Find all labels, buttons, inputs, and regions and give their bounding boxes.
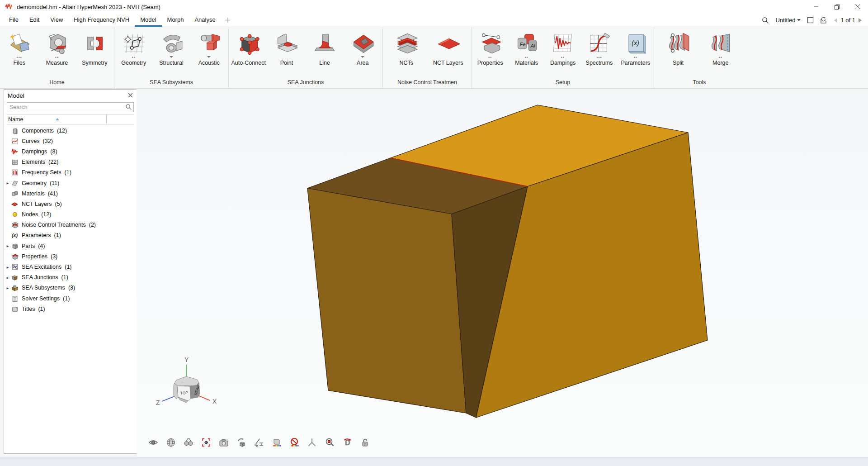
ribbon-tool-point[interactable]: Point xyxy=(268,30,305,76)
ribbon-tool-geometry[interactable]: ••Geometry xyxy=(115,30,152,76)
minimize-button[interactable] xyxy=(806,0,826,14)
chevron-down-icon xyxy=(797,19,801,21)
tree-item-sea-junctions[interactable]: ▸SEA Junctions(1) xyxy=(4,272,137,283)
menu-item-analyse[interactable]: Analyse xyxy=(189,14,221,27)
tree-item-materials[interactable]: Materials(41) xyxy=(4,188,137,199)
tree-item-sea-excitations[interactable]: ▸SEA Excitations(1) xyxy=(4,262,137,272)
menu-bar: FileEditViewHigh Frequency NVHModelMorph… xyxy=(0,14,868,27)
shaded-display-button[interactable] xyxy=(271,437,282,448)
tree-item-nodes[interactable]: Nodes(12) xyxy=(4,209,137,220)
ribbon-tool-auto-connect[interactable]: Auto-Connect xyxy=(230,30,267,76)
find-binoculars-button[interactable] xyxy=(183,437,194,448)
maximize-button[interactable] xyxy=(826,0,847,14)
ribbon-tool-measure[interactable]: ••Measure xyxy=(39,30,75,76)
tree-item-sea-subsystems[interactable]: ▸SEA Subsystems(3) xyxy=(4,283,137,293)
tree-item-label: Frequency Sets xyxy=(22,169,61,176)
expand-arrow-icon[interactable]: ▸ xyxy=(4,265,11,270)
tree-item-geometry[interactable]: ▸Geometry(11) xyxy=(4,178,137,188)
tree-item-curves[interactable]: Curves(32) xyxy=(4,136,137,146)
tree-item-nct-layers[interactable]: NCT Layers(5) xyxy=(4,199,137,209)
page-navigator: 1 of 1 xyxy=(834,17,862,24)
dampings-icon xyxy=(551,31,575,55)
export-history-icon[interactable] xyxy=(820,17,828,24)
ribbon-tool-parameters[interactable]: (x)••Parameters xyxy=(618,30,654,76)
tree-item-solver-settings[interactable]: Solver Settings(1) xyxy=(4,293,137,304)
visibility-eye-icon xyxy=(148,437,158,447)
view-sphere-button[interactable] xyxy=(165,437,176,448)
tree-item-parts[interactable]: ▸Parts(4) xyxy=(4,241,137,251)
unlock-button[interactable]: f xyxy=(359,437,370,448)
tree-item-components[interactable]: Components(12) xyxy=(4,125,137,136)
ribbon-tool-symmetry[interactable]: Symmetry xyxy=(76,30,113,76)
ribbon-tool-line[interactable]: Line xyxy=(307,30,343,76)
frame-select-icon[interactable] xyxy=(807,17,814,24)
search-icon[interactable] xyxy=(762,17,769,24)
search-input[interactable] xyxy=(7,102,134,112)
tree-item-count: (5) xyxy=(55,201,61,207)
dimension-points-button[interactable] xyxy=(253,437,264,448)
panel-close-button[interactable] xyxy=(128,92,133,99)
menu-item-morph[interactable]: Morph xyxy=(162,14,189,27)
menu-item-model[interactable]: Model xyxy=(135,14,161,27)
expand-arrow-icon[interactable]: ▸ xyxy=(4,181,11,185)
zoom-entity-button[interactable] xyxy=(324,437,335,448)
close-button[interactable] xyxy=(847,0,868,14)
view-orientation-cube[interactable]: Y X Z TOP REAR ― xyxy=(155,354,218,415)
ribbon-tool-spectrums[interactable]: •••Spectrums xyxy=(581,30,617,76)
profile-dropdown[interactable]: Untitled xyxy=(775,17,801,24)
triad-toggle-button[interactable] xyxy=(306,437,317,448)
ribbon-tool-properties[interactable]: ••Properties xyxy=(472,30,508,76)
ribbon-tool-structural[interactable]: Structural xyxy=(153,30,190,76)
ribbon-tool-dampings[interactable]: ••Dampings xyxy=(545,30,581,76)
page-next-icon[interactable] xyxy=(859,18,862,23)
tree-item-dampings[interactable]: Dampings(8) xyxy=(4,146,137,157)
tree-item-label: Parameters xyxy=(22,232,51,238)
tree-item-count: (32) xyxy=(43,138,53,144)
snapshot-camera-button[interactable] xyxy=(218,437,229,448)
ribbon-tool-label: Symmetry xyxy=(82,60,107,66)
ribbon-tool-materials[interactable]: FeAl••Materials xyxy=(508,30,544,76)
page-prev-icon[interactable] xyxy=(834,18,837,23)
fit-view-button[interactable] xyxy=(200,437,212,448)
parts-icon xyxy=(11,243,19,250)
tree-column-header[interactable]: Name xyxy=(7,114,134,124)
tree-item-titles[interactable]: Titles(1) xyxy=(4,304,137,314)
parameters-tree-icon: (x) xyxy=(11,232,19,239)
ribbon-tool-merge[interactable]: ••Merge xyxy=(702,30,739,76)
tree-item-label: SEA Subsystems xyxy=(22,285,65,291)
tree-item-properties[interactable]: Properties(3) xyxy=(4,251,137,262)
ribbon-tool-files[interactable]: •••Files xyxy=(1,30,38,76)
tree-item-frequency-sets[interactable]: Frequency Sets(1) xyxy=(4,167,137,178)
ribbon-tool-nct-layers[interactable]: NCT Layers xyxy=(430,30,467,76)
ribbon-group-home: •••Files••MeasureSymmetryHome xyxy=(0,28,114,88)
tree-item-label: Titles xyxy=(22,306,35,312)
tree-item-parameters[interactable]: (x)Parameters(1) xyxy=(4,230,137,241)
expand-arrow-icon[interactable]: ▸ xyxy=(4,243,11,248)
ribbon-tool-ncts[interactable]: NCTs xyxy=(388,30,425,76)
area-junction-icon xyxy=(351,31,374,55)
ribbon-tool-options xyxy=(170,55,173,60)
expand-arrow-icon[interactable]: ▸ xyxy=(4,275,11,280)
menu-item-file[interactable]: File xyxy=(4,14,24,27)
colors-off-button[interactable] xyxy=(288,437,300,448)
tree-item-noise-control-treatments[interactable]: Noise Control Treatments(2) xyxy=(4,220,137,230)
geometry-icon xyxy=(122,31,146,55)
menu-item-high-frequency-nvh[interactable]: High Frequency NVH xyxy=(68,14,135,27)
menu-item-view[interactable]: View xyxy=(45,14,68,27)
tree-item-label: SEA Junctions xyxy=(22,274,58,281)
page-indicator: 1 of 1 xyxy=(840,17,855,24)
ribbon-tool-acoustic[interactable]: Acoustic xyxy=(191,30,227,76)
search-icon[interactable] xyxy=(125,104,132,110)
visibility-eye-button[interactable] xyxy=(147,437,159,448)
tree-item-elements[interactable]: Elements(22) xyxy=(4,157,137,167)
ribbon-tool-split[interactable]: Split xyxy=(660,30,697,76)
add-page-button[interactable] xyxy=(221,14,234,27)
menu-item-edit[interactable]: Edit xyxy=(24,14,45,27)
colors-off-icon xyxy=(289,437,299,447)
expand-arrow-icon[interactable]: ▸ xyxy=(4,285,11,290)
rotate-view-button[interactable] xyxy=(236,437,247,448)
dynamic-rotate-button[interactable]: D xyxy=(341,437,353,448)
viewport-3d[interactable]: Y X Z TOP REAR ― Df xyxy=(137,89,868,457)
ribbon-tool-area[interactable]: Area xyxy=(344,30,381,76)
snapshot-camera-icon xyxy=(219,437,229,447)
